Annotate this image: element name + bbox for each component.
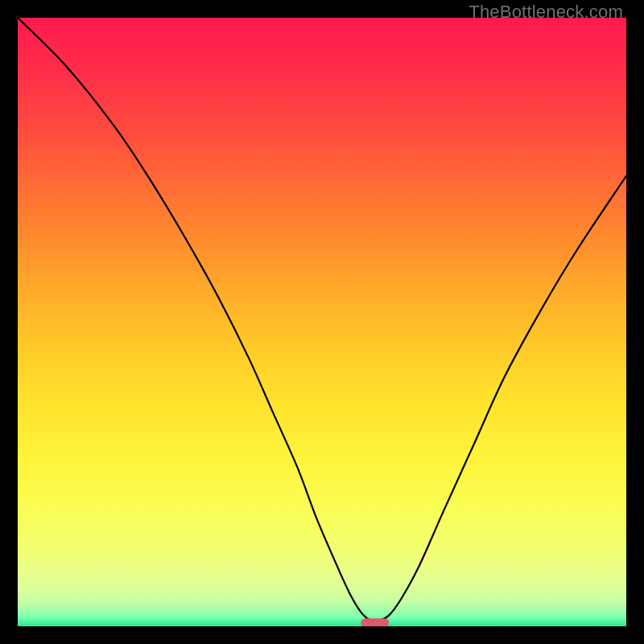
watermark-text: TheBottleneck.com bbox=[469, 2, 623, 23]
chart-frame: TheBottleneck.com bbox=[0, 0, 644, 644]
plot-area bbox=[18, 18, 626, 626]
optimal-marker bbox=[361, 618, 389, 626]
chart-svg bbox=[18, 18, 626, 626]
